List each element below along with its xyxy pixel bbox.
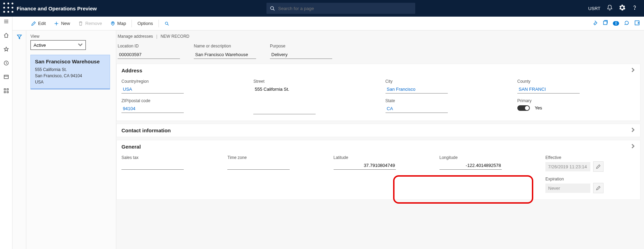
- effective-field: [545, 162, 590, 171]
- general-section-header[interactable]: General: [117, 140, 640, 153]
- svg-point-6: [3, 11, 5, 12]
- location-id-field[interactable]: [118, 51, 180, 59]
- divider: [158, 20, 159, 27]
- expiration-field: [545, 184, 590, 193]
- svg-point-8: [11, 11, 13, 12]
- options-label: Options: [137, 21, 153, 26]
- options-button[interactable]: Options: [133, 17, 157, 30]
- chevron-down-icon: [631, 144, 635, 150]
- view-label: View: [30, 34, 112, 39]
- gear-icon[interactable]: [619, 5, 625, 12]
- edit-expiration-button[interactable]: [593, 183, 604, 193]
- state-field[interactable]: [386, 105, 448, 113]
- name-label: Name or description: [194, 44, 256, 48]
- edit-effective-button[interactable]: [593, 161, 604, 172]
- command-bar: Edit New Remove Map Options 0: [12, 17, 644, 30]
- breadcrumb-root[interactable]: Manage addresses: [118, 34, 153, 39]
- current-user[interactable]: USRT: [588, 6, 600, 11]
- notification-icon[interactable]: [607, 5, 613, 12]
- county-label: County: [517, 79, 635, 84]
- map-label: Map: [117, 21, 126, 26]
- svg-point-24: [112, 22, 114, 24]
- contact-section: Contact information: [116, 124, 641, 137]
- edit-label: Edit: [38, 21, 46, 26]
- contact-section-title: Contact information: [121, 127, 171, 133]
- contact-section-header[interactable]: Contact information: [117, 124, 640, 137]
- purpose-field[interactable]: [270, 51, 332, 59]
- general-section: General Sales tax Time zone: [116, 140, 641, 200]
- global-search[interactable]: [266, 3, 415, 14]
- map-button[interactable]: Map: [106, 17, 130, 30]
- remove-label: Remove: [85, 21, 102, 26]
- svg-rect-16: [4, 75, 8, 79]
- refresh-icon[interactable]: [624, 20, 629, 27]
- svg-point-0: [3, 2, 5, 4]
- svg-point-9: [271, 7, 274, 10]
- svg-point-4: [7, 7, 9, 8]
- county-field[interactable]: [517, 85, 580, 94]
- breadcrumb-current: NEW RECORD: [161, 34, 189, 39]
- svg-rect-18: [4, 89, 6, 90]
- filter-icon[interactable]: [17, 34, 22, 249]
- filter-column: [12, 30, 26, 249]
- new-button[interactable]: New: [50, 17, 74, 30]
- search-icon: [270, 6, 275, 11]
- primary-label: Primary: [517, 98, 635, 103]
- primary-toggle[interactable]: [517, 105, 530, 111]
- svg-rect-19: [7, 89, 8, 90]
- message-count-badge[interactable]: 0: [613, 21, 619, 26]
- longitude-field[interactable]: [439, 161, 502, 170]
- attach-icon[interactable]: [592, 20, 598, 27]
- latitude-field[interactable]: [334, 161, 396, 170]
- expiration-label: Expiration: [545, 177, 635, 181]
- general-section-title: General: [121, 144, 141, 150]
- svg-point-25: [165, 22, 168, 24]
- modules-icon[interactable]: [3, 88, 9, 95]
- card-line: San Francisco, CA 94104: [35, 73, 106, 79]
- breadcrumb-sep: |: [156, 34, 157, 39]
- address-card-selected[interactable]: San Francisco Warehouse 555 California S…: [30, 55, 110, 89]
- address-section-header[interactable]: Address: [117, 64, 640, 77]
- left-nav-rail: [0, 17, 12, 249]
- card-title: San Francisco Warehouse: [35, 59, 106, 64]
- view-dropdown[interactable]: Active: [30, 40, 86, 50]
- location-id-label: Location ID: [118, 44, 180, 48]
- salestax-field[interactable]: [121, 161, 184, 170]
- name-field[interactable]: [194, 51, 256, 59]
- svg-point-1: [7, 2, 9, 4]
- card-line: 555 California St.: [35, 66, 106, 73]
- zip-field[interactable]: [121, 105, 184, 113]
- global-search-input[interactable]: [278, 6, 412, 11]
- timezone-field[interactable]: [227, 161, 290, 170]
- country-field[interactable]: [121, 85, 184, 94]
- country-label: Country/region: [121, 79, 239, 84]
- svg-point-11: [634, 9, 635, 9]
- home-icon[interactable]: [3, 33, 9, 39]
- svg-line-26: [167, 24, 169, 25]
- street-field[interactable]: [253, 85, 316, 93]
- app-launcher-icon[interactable]: [3, 2, 14, 15]
- zip-label: ZIP/postal code: [121, 98, 239, 103]
- svg-point-7: [7, 11, 9, 12]
- edit-button[interactable]: Edit: [27, 17, 50, 30]
- workspace-icon[interactable]: [3, 74, 9, 81]
- view-value: Active: [34, 43, 46, 48]
- help-icon[interactable]: [632, 5, 638, 12]
- find-button[interactable]: [160, 17, 173, 30]
- favorite-icon[interactable]: [3, 46, 9, 53]
- street-extra-field[interactable]: [253, 106, 316, 114]
- list-panel: View Active San Francisco Warehouse 555 …: [26, 30, 116, 249]
- close-page-icon[interactable]: [634, 20, 640, 27]
- longitude-label: Longitude: [439, 155, 532, 160]
- svg-line-10: [273, 9, 274, 11]
- open-new-icon[interactable]: [602, 20, 608, 27]
- primary-value: Yes: [535, 105, 542, 110]
- city-field[interactable]: [386, 85, 448, 94]
- salestax-label: Sales tax: [121, 155, 214, 160]
- svg-point-5: [11, 7, 13, 8]
- svg-rect-21: [7, 91, 8, 93]
- recent-icon[interactable]: [3, 60, 9, 67]
- hamburger-icon[interactable]: [3, 19, 9, 26]
- address-section-title: Address: [121, 68, 142, 73]
- latitude-label: Latitude: [334, 155, 426, 160]
